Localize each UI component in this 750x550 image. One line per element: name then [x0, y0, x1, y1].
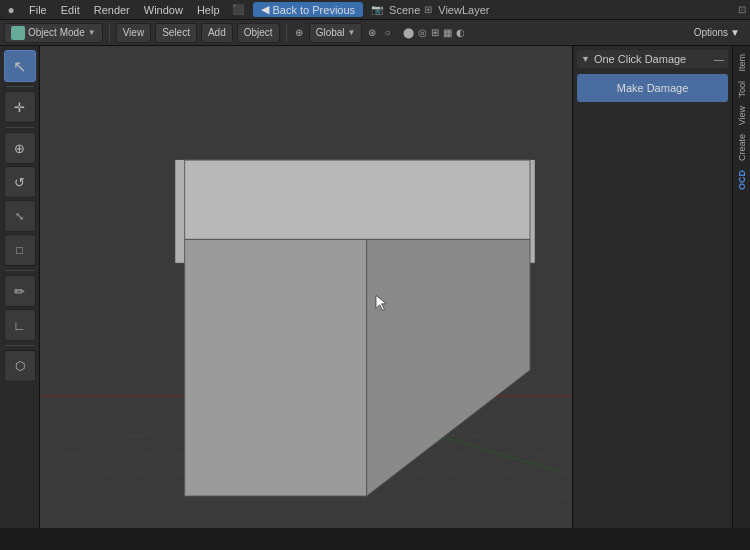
- tool-sep4: [6, 345, 34, 346]
- main-area: ↖ ✛ ⊕ ↺ ⤡ □ ✏ ∟ ⬡: [0, 46, 750, 528]
- panel-header: ▼ One Click Damage —: [577, 50, 728, 68]
- right-area: ▼ One Click Damage — Make Damage Item To…: [572, 46, 750, 528]
- object-menu[interactable]: Object: [237, 23, 280, 43]
- object-mode-arrow: ▼: [88, 28, 96, 37]
- panel-close-btn[interactable]: —: [714, 54, 724, 65]
- object-mode-icon: [11, 26, 25, 40]
- overlay-icon3: ⊞: [431, 27, 439, 38]
- side-tab-create[interactable]: Create: [735, 130, 749, 165]
- options-arrow: ▼: [730, 27, 740, 38]
- back-to-previous-label: Back to Previous: [273, 4, 356, 16]
- left-toolbar: ↖ ✛ ⊕ ↺ ⤡ □ ✏ ∟ ⬡: [0, 46, 40, 528]
- move-tool-btn[interactable]: ⊕: [4, 132, 36, 164]
- object-mode-label: Object Mode: [28, 27, 85, 38]
- transform-label: Global: [316, 27, 345, 38]
- overlay-icon5: ◐: [456, 27, 465, 38]
- top-menu-bar: ● File Edit Render Window Help ⬛ ◀ Back …: [0, 0, 750, 20]
- snap-icon: ⊛: [366, 27, 378, 38]
- overlay-icon1: ⬤: [403, 27, 414, 38]
- overlay-icon4: ▦: [443, 27, 452, 38]
- rotate-tool-icon: ↺: [14, 175, 25, 190]
- options-label: Options: [694, 27, 728, 38]
- svg-marker-25: [185, 239, 367, 496]
- scale-tool-icon: ⤡: [15, 210, 24, 223]
- select-menu[interactable]: Select: [155, 23, 197, 43]
- add-menu[interactable]: Add: [201, 23, 233, 43]
- side-tab-view[interactable]: View: [735, 102, 749, 129]
- collapse-icon[interactable]: ▼: [581, 54, 590, 64]
- proportional-icon: ○: [382, 27, 392, 38]
- transform-arrow: ▼: [348, 28, 356, 37]
- cursor-tool-btn[interactable]: ✛: [4, 91, 36, 123]
- blender-icon: ●: [0, 0, 22, 20]
- measure-tool-icon: ∟: [13, 318, 26, 333]
- tool-sep3: [6, 270, 34, 271]
- scene-label: Scene: [389, 4, 420, 16]
- mode-icon: ⬛: [227, 0, 249, 20]
- menu-window[interactable]: Window: [137, 0, 190, 20]
- sep1: [109, 24, 110, 42]
- options-btn[interactable]: Options ▼: [688, 27, 746, 38]
- ocd-panel: ▼ One Click Damage — Make Damage: [573, 46, 732, 528]
- menu-render[interactable]: Render: [87, 0, 137, 20]
- top-right-icons: ⊡: [738, 4, 750, 15]
- side-tab-item[interactable]: Item: [735, 50, 749, 76]
- transform-icon: ⊕: [293, 27, 305, 38]
- tool-sep2: [6, 127, 34, 128]
- rotate-tool-btn[interactable]: ↺: [4, 166, 36, 198]
- second-toolbar: Object Mode ▼ View Select Add Object ⊕ G…: [0, 20, 750, 46]
- annotate-tool-btn[interactable]: ✏: [4, 275, 36, 307]
- svg-marker-24: [185, 160, 530, 239]
- right-side-tabs: Item Tool View Create OCD: [732, 46, 750, 528]
- expand-icon: ⊡: [738, 4, 746, 15]
- annotate-tool-icon: ✏: [14, 284, 25, 299]
- select-tool-icon: ↖: [13, 57, 26, 76]
- make-damage-label: Make Damage: [617, 82, 689, 94]
- view-layer-label: ViewLayer: [438, 4, 489, 16]
- move-tool-icon: ⊕: [14, 141, 25, 156]
- back-to-previous-btn[interactable]: ◀ Back to Previous: [253, 2, 364, 17]
- menu-help[interactable]: Help: [190, 0, 227, 20]
- viewport-scene: [40, 46, 572, 528]
- menu-edit[interactable]: Edit: [54, 0, 87, 20]
- sep2: [286, 24, 287, 42]
- view-menu[interactable]: View: [116, 23, 152, 43]
- make-damage-btn[interactable]: Make Damage: [577, 74, 728, 102]
- 3d-viewport[interactable]: [40, 46, 572, 528]
- side-tab-tool[interactable]: Tool: [735, 77, 749, 102]
- layers-icon: ⊞: [424, 4, 432, 15]
- transform-tool-btn[interactable]: □: [4, 234, 36, 266]
- add-cube-tool-btn[interactable]: ⬡: [4, 350, 36, 382]
- transform-tool-icon: □: [16, 244, 23, 256]
- side-tab-ocd[interactable]: OCD: [735, 166, 749, 194]
- select-tool-btn[interactable]: ↖: [4, 50, 36, 82]
- tool-sep1: [6, 86, 34, 87]
- panel-title-container: ▼ One Click Damage: [581, 53, 686, 65]
- panel-title: One Click Damage: [594, 53, 686, 65]
- menu-file[interactable]: File: [22, 0, 54, 20]
- measure-tool-btn[interactable]: ∟: [4, 309, 36, 341]
- add-cube-tool-icon: ⬡: [15, 359, 25, 373]
- overlay-icon2: ◎: [418, 27, 427, 38]
- cursor-tool-icon: ✛: [14, 100, 25, 115]
- transform-btn[interactable]: Global ▼: [309, 23, 363, 43]
- back-icon: ◀: [261, 3, 269, 16]
- camera-icon: 📷: [371, 4, 383, 15]
- object-mode-btn[interactable]: Object Mode ▼: [4, 23, 103, 43]
- scale-tool-btn[interactable]: ⤡: [4, 200, 36, 232]
